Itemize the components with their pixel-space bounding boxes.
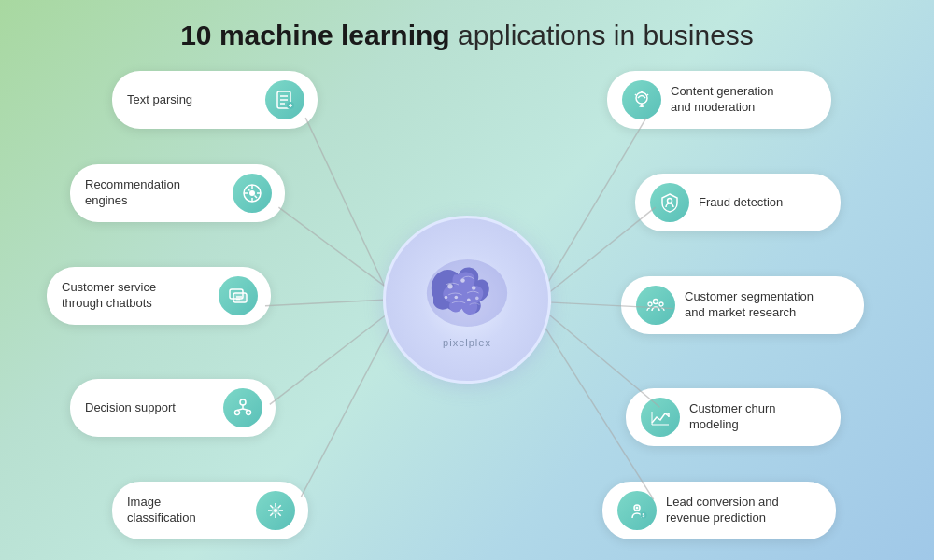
card-text-parsing: Text parsing	[112, 71, 318, 129]
svg-line-2	[265, 300, 389, 306]
svg-point-24	[455, 296, 459, 300]
svg-point-46	[235, 411, 240, 415]
card-churn-label: Customer churnmodeling	[689, 401, 828, 433]
svg-point-25	[467, 298, 471, 301]
svg-point-47	[247, 411, 251, 415]
svg-point-58	[636, 92, 647, 104]
card-fraud: Fraud detection	[635, 174, 841, 231]
svg-rect-42	[234, 293, 247, 302]
card-decision-label: Decision support	[85, 400, 214, 416]
content-icon	[622, 80, 661, 119]
svg-line-57	[270, 513, 273, 516]
svg-text:$: $	[643, 512, 645, 518]
card-segmentation: Customer segmentationand market research	[621, 276, 864, 334]
svg-line-0	[305, 118, 390, 300]
decision-icon	[223, 388, 262, 427]
card-fraud-label: Fraud detection	[699, 195, 828, 211]
svg-point-21	[447, 284, 452, 288]
svg-point-63	[668, 199, 672, 203]
brain-center: pixelplex	[383, 216, 551, 384]
svg-line-55	[278, 513, 281, 516]
svg-line-4	[301, 317, 395, 497]
svg-line-1	[278, 207, 390, 290]
card-chatbots: Customer servicethrough chatbots	[47, 267, 271, 325]
card-image-label: Imageclassification	[127, 495, 247, 526]
svg-line-60	[635, 94, 636, 95]
svg-point-26	[445, 296, 448, 300]
card-segmentation-label: Customer segmentationand market research	[685, 289, 851, 321]
chatbots-icon	[219, 276, 258, 315]
svg-point-64	[654, 300, 658, 304]
svg-point-23	[472, 286, 476, 290]
brain-label: pixelplex	[443, 337, 491, 348]
card-lead: $ Lead conversion andrevenue prediction	[602, 482, 836, 539]
svg-point-45	[240, 399, 246, 405]
image-icon	[256, 491, 295, 530]
svg-point-70	[636, 507, 639, 510]
svg-line-54	[270, 505, 273, 508]
svg-point-65	[648, 302, 652, 306]
svg-line-5	[544, 118, 646, 290]
segmentation-icon	[636, 286, 675, 325]
page: 10 machine learning applications in busi…	[0, 0, 934, 560]
text-parsing-icon	[265, 80, 304, 119]
svg-point-36	[249, 190, 255, 196]
card-lead-label: Lead conversion andrevenue prediction	[666, 495, 823, 526]
card-content-label: Content generationand moderation	[671, 84, 818, 116]
card-recommendation: Recommendationengines	[70, 164, 285, 222]
brain-icon	[416, 251, 518, 335]
card-content: Content generationand moderation	[607, 71, 831, 129]
card-text-parsing-label: Text parsing	[127, 92, 256, 108]
card-decision: Decision support	[70, 379, 276, 437]
svg-line-56	[278, 505, 281, 508]
card-chatbots-label: Customer servicethrough chatbots	[62, 280, 209, 312]
diagram: pixelplex Text parsing Recommendationeng…	[19, 62, 915, 538]
churn-icon	[641, 398, 680, 437]
recommendation-icon	[233, 174, 272, 213]
svg-point-27	[475, 297, 479, 301]
svg-point-66	[659, 302, 663, 306]
fraud-icon	[650, 183, 689, 222]
svg-line-3	[270, 311, 391, 404]
svg-line-61	[647, 94, 648, 95]
svg-point-22	[460, 278, 465, 283]
card-image: Imageclassification	[112, 482, 308, 539]
card-recommendation-label: Recommendationengines	[85, 177, 223, 209]
card-churn: Customer churnmodeling	[626, 388, 841, 446]
page-title: 10 machine learning applications in busi…	[19, 19, 915, 52]
lead-icon: $	[617, 491, 657, 530]
svg-point-49	[274, 509, 277, 512]
